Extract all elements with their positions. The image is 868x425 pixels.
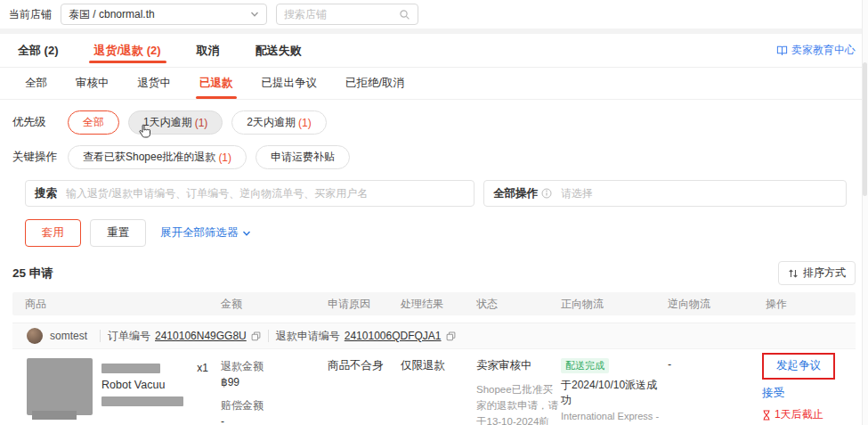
delivery-date-text: 于2024/10/10派送成功 — [561, 378, 664, 408]
seller-education-label: 卖家教育中心 — [791, 43, 856, 58]
priority-pill-all[interactable]: 全部 — [68, 110, 119, 135]
delivery-complete-tag: 配送完成 — [561, 358, 609, 373]
actions-cell: 发起争议 接受 1天后截止 — [762, 358, 856, 422]
refund-amount-value: ฿99 — [221, 375, 324, 390]
order-header: somtest 订单编号 2410106N49GG8U 退款申请编号 24101… — [12, 323, 856, 349]
copy-icon[interactable] — [446, 331, 456, 341]
apply-shipping-subsidy-label: 申请运费补贴 — [271, 150, 335, 165]
tab-all[interactable]: 全部 (2) — [12, 34, 64, 67]
view-approved-refunds-label: 查看已获Shopee批准的退款 — [83, 150, 215, 165]
tab-return-refund[interactable]: 退货/退款 (2) — [89, 34, 166, 67]
annotation-box: 发起争议 — [762, 353, 835, 380]
deadline-text: 1天后截止 — [775, 407, 823, 422]
scrollbar-thumb[interactable] — [863, 62, 867, 196]
subtab-all[interactable]: 全部 — [25, 68, 47, 99]
refund-number-link[interactable]: 24101006QDFQJA1 — [345, 330, 442, 342]
main-tab-bar: 全部 (2) 退货/退款 (2) 取消 配送失败 卖家教育中心 — [0, 34, 868, 68]
priority-pill-overdue-1day[interactable]: 1天内逾期 (1) — [128, 110, 223, 135]
forward-logistics-cell: 配送完成 于2024/10/10派送成功 International Expre… — [557, 358, 664, 425]
apply-shipping-subsidy-button[interactable]: 申请运费补贴 — [256, 145, 350, 169]
return-card: somtest 订单编号 2410106N49GG8U 退款申请编号 24101… — [12, 323, 856, 425]
reason-cell: 商品不合身 — [324, 358, 397, 373]
product-cell: Robot Vacuu x1 — [12, 358, 217, 415]
returns-management-page: 当前店铺 泰国 / cbnormal.th 全部 (2) 退货/退款 (2) 取… — [0, 0, 868, 425]
sort-button[interactable]: 排序方式 — [778, 261, 856, 285]
col-result: 处理结果 — [397, 297, 473, 312]
tab-cancel[interactable]: 取消 — [191, 34, 225, 67]
view-approved-refunds-button[interactable]: 查看已获Shopee批准的退款 (1) — [68, 145, 247, 169]
status-tab-bar: 全部 审核中 退货中 已退款 已提出争议 已拒绝/取消 — [0, 68, 868, 100]
scrollbar — [862, 0, 868, 425]
result-cell: 仅限退款 — [397, 358, 473, 373]
product-name-block: Robot Vacuu — [101, 358, 188, 415]
priority-pill-1day-count: (1) — [195, 117, 208, 129]
accept-link[interactable]: 接受 — [762, 386, 784, 401]
tab-delivery-failed[interactable]: 配送失败 — [250, 34, 307, 67]
order-number-link[interactable]: 2410106N49GG8U — [155, 330, 247, 342]
carrier-text: International Express - ส่งจากต่างประเทศ… — [561, 410, 666, 425]
operation-select-box[interactable]: 全部操作 — [483, 180, 847, 207]
key-actions-row: 关键操作 查看已获Shopee批准的退款 (1) 申请运费补贴 — [0, 140, 868, 175]
subtab-refunded[interactable]: 已退款 — [199, 68, 233, 99]
chevron-down-icon — [242, 229, 251, 238]
store-select[interactable]: 泰国 / cbnormal.th — [61, 4, 267, 25]
sort-button-label: 排序方式 — [803, 266, 846, 281]
return-search-input[interactable] — [66, 187, 465, 200]
refund-amount-label: 退款金额 — [221, 358, 324, 375]
reset-button[interactable]: 重置 — [90, 219, 146, 247]
priority-label: 优先级 — [12, 115, 59, 130]
table-header-row: 商品 金额 申请原因 处理结果 状态 正向物流 逆向物流 操作 — [12, 292, 856, 315]
redacted-text-bar — [101, 396, 183, 406]
refund-number-label: 退款申请编号 — [276, 329, 340, 344]
priority-pill-overdue-2day[interactable]: 2天内逾期 (1) — [231, 110, 326, 135]
return-row: Robot Vacuu x1 退款金额 ฿99 赔偿金额 - 商品不合身 仅限退… — [12, 349, 856, 425]
status-text: 卖家审核中 — [476, 358, 557, 373]
search-icon — [399, 9, 410, 20]
col-reason: 申请原因 — [324, 297, 397, 312]
subtab-rejected-cancelled[interactable]: 已拒绝/取消 — [345, 68, 404, 99]
store-search-input[interactable] — [284, 8, 399, 20]
subtab-dispute-raised[interactable]: 已提出争议 — [262, 68, 318, 99]
priority-pill-all-label: 全部 — [83, 115, 104, 130]
current-store-label: 当前店铺 — [9, 7, 52, 22]
filter-buttons-row: 套用 重置 展开全部筛选器 — [0, 212, 868, 254]
topbar: 当前店铺 泰国 / cbnormal.th — [0, 0, 868, 29]
compensation-value: - — [221, 414, 324, 425]
subtab-reviewing[interactable]: 审核中 — [76, 68, 110, 99]
main-search-box: 搜索 — [25, 180, 475, 207]
info-icon — [541, 188, 552, 199]
list-header: 25 申请 排序方式 — [0, 254, 868, 292]
deadline-warning: 1天后截止 — [762, 407, 823, 422]
priority-pill-1day-label: 1天内逾期 — [143, 115, 192, 130]
compensation-label: 赔偿金额 — [221, 397, 324, 414]
col-reverse-logistics: 逆向物流 — [664, 297, 762, 312]
chevron-down-icon — [250, 10, 259, 19]
product-name: Robot Vacuu — [101, 379, 165, 391]
operation-select-input[interactable] — [561, 187, 837, 200]
sort-icon — [788, 268, 799, 279]
redacted-text-bar — [101, 364, 160, 373]
refund-number-group: 退款申请编号 24101006QDFQJA1 — [276, 329, 456, 344]
col-actions: 操作 — [762, 297, 856, 312]
divider — [268, 330, 269, 342]
priority-filter-row: 优先级 全部 1天内逾期 (1) 2天内逾期 (1) — [0, 100, 868, 140]
view-approved-refunds-count: (1) — [218, 151, 231, 164]
search-prefix-label: 搜索 — [35, 186, 57, 201]
status-cell: 卖家审核中 Shopee已批准买家的退款申请，请于13-10-2024前对该决定… — [473, 358, 557, 425]
order-number-label: 订单编号 — [108, 329, 150, 344]
product-quantity: x1 — [197, 358, 217, 415]
search-row: 搜索 全部操作 — [0, 175, 868, 212]
store-select-value: 泰国 / cbnormal.th — [69, 7, 250, 22]
col-product: 商品 — [12, 297, 217, 312]
col-forward-logistics: 正向物流 — [557, 297, 664, 312]
copy-icon[interactable] — [251, 331, 261, 341]
apply-button[interactable]: 套用 — [25, 219, 81, 247]
priority-pill-2day-count: (1) — [298, 117, 312, 129]
status-detail: Shopee已批准买家的退款申请，请于13-10-2024前对该决定做出回应 — [476, 382, 558, 425]
application-count: 25 申请 — [12, 266, 53, 282]
key-actions-label: 关键操作 — [12, 150, 59, 165]
raise-dispute-link[interactable]: 发起争议 — [776, 359, 821, 372]
subtab-returning[interactable]: 退货中 — [138, 68, 172, 99]
seller-education-link[interactable]: 卖家教育中心 — [776, 43, 856, 58]
expand-all-filters-link[interactable]: 展开全部筛选器 — [160, 225, 251, 241]
